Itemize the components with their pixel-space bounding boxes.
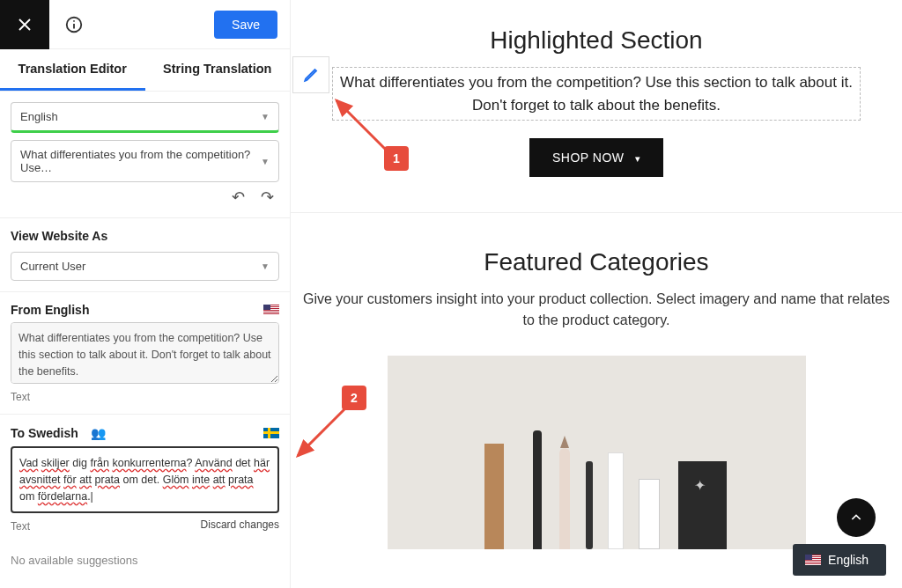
annotation-callout-2: 2	[342, 386, 366, 410]
tab-translation-editor[interactable]: Translation Editor	[0, 49, 145, 91]
from-language-label: From English	[11, 303, 89, 317]
info-button[interactable]	[49, 0, 99, 49]
to-section: To Swedish 👥 Vad skiljer dig från konkur…	[0, 415, 290, 543]
from-section: From English Text	[0, 292, 290, 415]
svg-point-2	[73, 19, 75, 21]
discard-changes-button[interactable]: Discard changes	[201, 518, 279, 531]
string-preview: What differentiates you from the competi…	[20, 148, 261, 174]
product-tube	[608, 452, 624, 549]
view-as-value: Current User	[20, 260, 85, 273]
product-box	[678, 461, 727, 549]
highlighted-section-desc[interactable]: What differentiates you from the competi…	[332, 67, 861, 121]
no-suggestions-label: No available suggestions	[0, 543, 290, 577]
product-stylus	[586, 461, 593, 549]
to-language-label: To Swedish	[11, 426, 78, 440]
us-flag-icon	[805, 555, 821, 565]
se-flag-icon	[263, 428, 279, 438]
chevron-down-icon: ▼	[261, 112, 270, 121]
featured-categories-title: Featured Categories	[291, 248, 902, 276]
view-as-select[interactable]: Current User ▼	[11, 252, 279, 281]
us-flag-icon	[263, 305, 279, 315]
close-button[interactable]	[0, 0, 49, 49]
view-as-section: View Website As Current User ▼	[0, 218, 290, 292]
language-switcher[interactable]: English	[793, 544, 886, 576]
to-textarea[interactable]: Vad skiljer dig från konkurrenterna? Anv…	[11, 446, 279, 513]
close-icon	[17, 17, 33, 33]
sidebar-tabs: Translation Editor String Translation	[0, 49, 290, 92]
edit-string-button[interactable]	[292, 56, 329, 93]
translation-sidebar: Save Translation Editor String Translati…	[0, 0, 291, 588]
divider	[291, 212, 902, 213]
product-ruler	[484, 444, 504, 549]
annotation-callout-1: 1	[384, 146, 409, 171]
pencil-icon	[303, 67, 319, 83]
string-select[interactable]: What differentiates you from the competi…	[11, 140, 279, 182]
language-switcher-label: English	[828, 553, 869, 567]
info-icon	[64, 15, 84, 34]
undo-redo-row: ↶ ↷	[11, 182, 279, 207]
product-pen	[533, 430, 542, 549]
shop-now-button[interactable]: SHOP NOW	[529, 138, 663, 177]
product-bottle	[639, 479, 660, 549]
tab-string-translation[interactable]: String Translation	[145, 49, 291, 91]
sidebar-topbar: Save	[0, 0, 290, 49]
preview-pane: Highlighted Section What differentiates …	[291, 0, 902, 588]
chevron-down-icon: ▼	[261, 157, 270, 166]
scroll-to-top-button[interactable]	[837, 498, 876, 537]
redo-button[interactable]: ↷	[261, 187, 274, 207]
source-language-value: English	[20, 110, 58, 123]
view-as-label: View Website As	[11, 229, 279, 243]
highlighted-section-title: Highlighted Section	[291, 26, 902, 55]
chevron-up-icon	[849, 511, 863, 525]
featured-category-image	[388, 356, 806, 549]
from-type-label: Text	[11, 391, 279, 403]
source-section: English ▼ What differentiates you from t…	[0, 92, 290, 218]
chevron-down-icon: ▼	[261, 261, 270, 271]
undo-button[interactable]: ↶	[232, 187, 245, 207]
product-pencil	[559, 448, 570, 549]
from-textarea	[11, 322, 279, 384]
source-language-select[interactable]: English ▼	[11, 102, 279, 133]
people-icon: 👥	[91, 426, 106, 440]
to-type-label: Text	[11, 520, 30, 533]
featured-categories-desc: Give your customers insight into your pr…	[297, 289, 896, 331]
save-button[interactable]: Save	[214, 11, 277, 39]
